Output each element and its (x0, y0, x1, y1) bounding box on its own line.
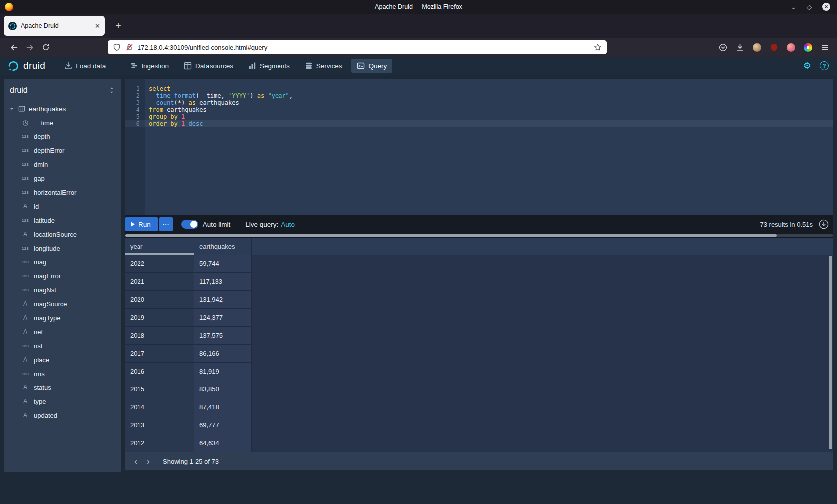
cell-earthquakes[interactable]: 131,942 (194, 291, 252, 309)
tab-close-icon[interactable]: ✕ (95, 22, 100, 30)
sidebar-column-magError[interactable]: 123magError (4, 269, 121, 283)
menu-icon[interactable] (821, 43, 829, 52)
browser-tab[interactable]: Apache Druid ✕ (4, 16, 105, 36)
cell-year[interactable]: 2021 (125, 273, 194, 291)
sidebar-column-status[interactable]: Astatus (4, 380, 121, 394)
cell-earthquakes[interactable]: 81,919 (194, 363, 252, 380)
window-maximize-icon[interactable]: ◇ (807, 4, 812, 10)
sidebar-column-gap[interactable]: 123gap (4, 171, 121, 185)
sidebar-column-magNst[interactable]: 123magNst (4, 283, 121, 297)
sidebar-column-locationSource[interactable]: AlocationSource (4, 227, 121, 241)
nav-item-services[interactable]: Services (299, 59, 348, 73)
sidebar-column-net[interactable]: Anet (4, 325, 121, 339)
table-row[interactable]: 2019124,377 (125, 309, 833, 327)
settings-gear-icon[interactable]: ⚙ (803, 61, 811, 70)
sidebar-column-depth[interactable]: 123depth (4, 129, 121, 143)
table-row[interactable]: 2021117,133 (125, 273, 833, 291)
nav-item-ingestion[interactable]: Ingestion (125, 59, 174, 73)
cell-earthquakes[interactable]: 124,377 (194, 309, 252, 327)
cell-earthquakes[interactable]: 86,166 (194, 345, 252, 363)
sidebar-column-magType[interactable]: AmagType (4, 311, 121, 325)
ublock-icon[interactable] (770, 43, 778, 52)
cell-year[interactable]: 2019 (125, 309, 194, 327)
new-tab-button[interactable]: + (111, 18, 126, 33)
nav-item-segments[interactable]: Segments (243, 59, 295, 73)
cell-earthquakes[interactable]: 117,133 (194, 273, 252, 291)
scrollbar-thumb[interactable] (125, 234, 777, 237)
cell-earthquakes[interactable]: 69,777 (194, 416, 252, 434)
back-icon[interactable] (6, 40, 22, 55)
cell-year[interactable]: 2017 (125, 345, 194, 363)
table-row[interactable]: 201487,418 (125, 398, 833, 416)
insecure-lock-icon[interactable] (125, 43, 133, 51)
forward-icon[interactable] (22, 40, 38, 55)
sql-editor[interactable]: 1select2 time_format(__time, 'YYYY') as … (125, 79, 833, 215)
window-close-button[interactable]: ✕ (822, 3, 830, 11)
nav-item-datasources[interactable]: Datasources (178, 59, 239, 73)
table-row[interactable]: 2020131,942 (125, 291, 833, 309)
sidebar-column-longitude[interactable]: 123longitude (4, 241, 121, 255)
pocket-icon[interactable] (719, 43, 727, 52)
help-icon[interactable]: ? (820, 61, 829, 70)
prev-page-icon[interactable]: ‹ (129, 455, 142, 468)
sidebar-column-__time[interactable]: __time (4, 116, 121, 129)
cell-year[interactable]: 2018 (125, 327, 194, 345)
sidebar-column-mag[interactable]: 123mag (4, 255, 121, 269)
url-bar[interactable]: 172.18.0.4:30109/unified-console.html#qu… (108, 40, 607, 54)
column-header-earthquakes[interactable]: earthquakes (194, 238, 252, 255)
cell-year[interactable]: 2022 (125, 255, 194, 273)
table-row[interactable]: 201369,777 (125, 416, 833, 434)
sidebar-column-depthError[interactable]: 123depthError (4, 143, 121, 157)
cell-year[interactable]: 2013 (125, 416, 194, 434)
chevron-down-icon[interactable] (9, 106, 15, 112)
auto-limit-toggle[interactable] (181, 220, 198, 229)
table-row[interactable]: 201583,850 (125, 380, 833, 398)
account-avatar-icon[interactable] (753, 43, 761, 52)
run-more-button[interactable]: ⋯ (159, 217, 173, 231)
sidebar-column-place[interactable]: Aplace (4, 353, 121, 367)
double-caret-sort-icon[interactable] (108, 87, 115, 94)
extension-pinwheel-icon[interactable] (804, 43, 812, 52)
downloads-icon[interactable] (736, 43, 744, 52)
horizontal-scrollbar[interactable] (125, 233, 833, 238)
column-header-year[interactable]: year (125, 238, 194, 255)
cell-earthquakes[interactable]: 64,634 (194, 434, 252, 452)
cell-year[interactable]: 2015 (125, 380, 194, 398)
tracking-shield-icon[interactable] (113, 43, 121, 51)
table-row[interactable]: 201786,166 (125, 345, 833, 363)
cell-earthquakes[interactable]: 59,744 (194, 255, 252, 273)
cell-year[interactable]: 2014 (125, 398, 194, 416)
window-menu-icon[interactable]: ⌄ (791, 4, 796, 10)
download-results-icon[interactable] (819, 219, 829, 229)
vertical-scrollbar[interactable] (829, 256, 832, 449)
cell-year[interactable]: 2020 (125, 291, 194, 309)
sidebar-column-updated[interactable]: Aupdated (4, 408, 121, 422)
cell-earthquakes[interactable]: 137,575 (194, 327, 252, 345)
table-row[interactable]: 2018137,575 (125, 327, 833, 345)
druid-brand[interactable]: druid (7, 60, 45, 72)
reload-icon[interactable] (38, 40, 54, 55)
extension-avatar-icon[interactable] (787, 43, 795, 52)
cell-year[interactable]: 2012 (125, 434, 194, 452)
table-row[interactable]: 202259,744 (125, 255, 833, 273)
sidebar-column-latitude[interactable]: 123latitude (4, 213, 121, 227)
cell-earthquakes[interactable]: 87,418 (194, 398, 252, 416)
run-button[interactable]: Run (125, 217, 158, 231)
sidebar-column-dmin[interactable]: 123dmin (4, 157, 121, 171)
datasource-node-earthquakes[interactable]: earthquakes (4, 102, 121, 116)
sidebar-column-nst[interactable]: 123nst (4, 339, 121, 353)
next-page-icon[interactable]: › (142, 455, 155, 468)
url-text[interactable]: 172.18.0.4:30109/unified-console.html#qu… (138, 44, 589, 51)
nav-item-query[interactable]: Query (351, 59, 392, 73)
sidebar-column-horizontalError[interactable]: 123horizontalError (4, 185, 121, 199)
cell-year[interactable]: 2016 (125, 363, 194, 380)
bookmark-star-icon[interactable] (594, 43, 602, 51)
sidebar-column-type[interactable]: Atype (4, 394, 121, 408)
sidebar-column-rms[interactable]: 123rms (4, 367, 121, 380)
sidebar-column-magSource[interactable]: AmagSource (4, 297, 121, 311)
live-query-value[interactable]: Auto (281, 221, 295, 228)
table-row[interactable]: 201264,634 (125, 434, 833, 452)
cell-earthquakes[interactable]: 83,850 (194, 380, 252, 398)
table-row[interactable]: 201681,919 (125, 363, 833, 380)
sidebar-column-id[interactable]: Aid (4, 199, 121, 213)
